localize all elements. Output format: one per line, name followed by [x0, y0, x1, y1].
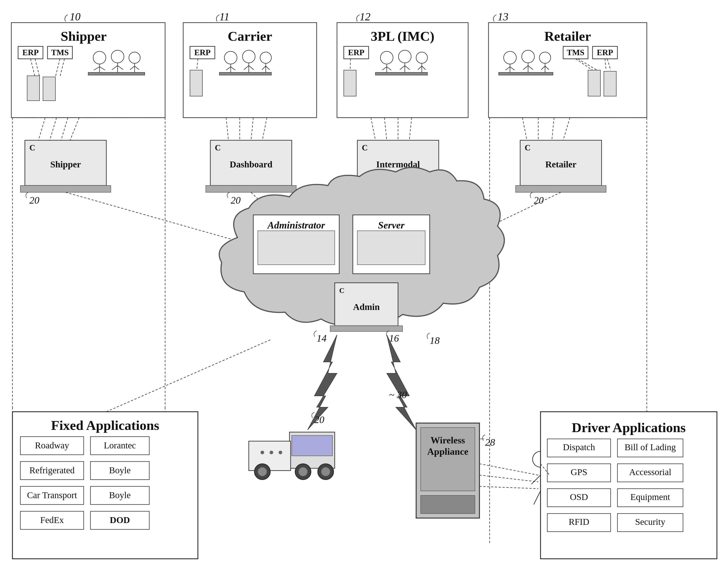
svg-point-13 [111, 50, 124, 63]
svg-rect-112 [292, 435, 333, 456]
svg-line-94 [66, 192, 305, 260]
driver-bol: Bill of Lading [625, 442, 676, 452]
fixed-boyle1: Boyle [109, 465, 131, 475]
svg-rect-55 [588, 70, 600, 96]
svg-rect-76 [353, 185, 443, 192]
svg-line-73 [545, 66, 549, 70]
svg-point-117 [318, 464, 334, 480]
cloud-shape [219, 168, 504, 325]
fixed-dod: DOD [110, 515, 130, 525]
svg-rect-137 [90, 461, 149, 480]
svg-point-119 [261, 451, 264, 454]
retailer-laptop-label: Retailer [545, 159, 576, 170]
driver-apps-box [541, 412, 717, 559]
svg-line-51 [418, 66, 422, 70]
truck-figure [249, 432, 335, 480]
driver-figure [531, 451, 550, 505]
svg-line-151 [541, 464, 550, 475]
svg-rect-77 [516, 185, 606, 192]
fixed-refrigerated: Refrigerated [29, 465, 75, 475]
driver-equipment: Equipment [630, 492, 670, 502]
fixed-apps-title: Fixed Applications [51, 418, 159, 433]
fixed-roadway: Roadway [35, 440, 69, 451]
admin-c-label: C [339, 286, 344, 295]
carrier-ref20: 20 [231, 195, 241, 206]
shipper-laptop-label: Shipper [50, 159, 81, 170]
svg-rect-139 [90, 486, 149, 505]
ref30: ~ 30 [389, 389, 407, 400]
svg-point-113 [254, 464, 270, 480]
svg-rect-109 [330, 326, 402, 331]
svg-line-93 [563, 118, 570, 140]
server-label: Server [378, 220, 405, 231]
svg-rect-111 [249, 441, 291, 471]
svg-rect-136 [20, 461, 84, 480]
truck-ref20: 20 [314, 414, 324, 425]
retailer-people [499, 50, 553, 75]
svg-line-96 [385, 192, 398, 256]
svg-line-19 [130, 66, 135, 70]
ref-13: 13 [498, 10, 509, 23]
main-diagram: 10 11 12 13 Shipper ERP TMS [0, 0, 728, 583]
carrier-people [219, 50, 271, 75]
svg-line-86 [371, 118, 375, 140]
carrier-c-label: C [215, 143, 221, 152]
svg-point-29 [242, 50, 255, 63]
svg-rect-8 [88, 72, 145, 75]
svg-rect-1 [48, 46, 72, 59]
svg-rect-149 [617, 513, 683, 532]
driver-gps: GPS [571, 467, 587, 477]
3pl-people [375, 50, 427, 75]
fixed-fedex: FedEx [40, 515, 64, 525]
shipper-c-label: C [29, 143, 35, 152]
retailer-c-label: C [525, 143, 530, 152]
svg-rect-147 [617, 489, 683, 507]
ref16: 16 [389, 333, 399, 344]
svg-rect-24 [219, 72, 271, 75]
svg-point-120 [269, 451, 273, 454]
fixed-lorantec: Lorantec [104, 440, 136, 451]
3pl-title: 3PL (IMC) [371, 29, 435, 44]
svg-line-65 [510, 67, 515, 70]
svg-line-12 [100, 67, 105, 70]
administrator-box [253, 215, 339, 274]
svg-line-15 [112, 66, 118, 70]
svg-point-116 [298, 467, 308, 476]
wireless-label: Wireless [431, 435, 465, 446]
svg-line-95 [251, 192, 317, 256]
svg-rect-22 [190, 70, 202, 96]
driver-rfid: RFID [569, 517, 589, 527]
svg-rect-108 [357, 231, 425, 265]
svg-rect-37 [344, 46, 369, 59]
shipper-tms: TMS [51, 48, 69, 57]
svg-line-82 [226, 118, 228, 140]
svg-line-87 [385, 118, 387, 140]
svg-line-43 [382, 67, 387, 70]
shipper-title: Shipper [60, 29, 106, 44]
svg-rect-135 [90, 437, 149, 455]
carrier-box [183, 23, 317, 118]
svg-rect-141 [90, 511, 149, 529]
svg-rect-122 [421, 428, 475, 491]
svg-rect-148 [547, 513, 610, 532]
svg-rect-0 [18, 46, 43, 59]
carrier-title: Carrier [228, 29, 272, 44]
shipper-people [88, 50, 145, 75]
svg-line-35 [262, 66, 266, 70]
svg-point-49 [416, 52, 427, 64]
svg-rect-140 [20, 511, 84, 529]
svg-rect-144 [547, 464, 610, 482]
carrier-laptop-screen [210, 140, 292, 185]
svg-point-70 [539, 52, 551, 64]
svg-line-52 [422, 66, 426, 70]
svg-rect-53 [563, 46, 588, 59]
svg-line-85 [262, 118, 267, 140]
ref-12: 12 [360, 10, 370, 23]
svg-line-11 [94, 67, 100, 70]
svg-line-127 [531, 475, 541, 484]
svg-point-45 [398, 50, 411, 63]
svg-line-36 [266, 66, 269, 70]
ref14: 14 [317, 333, 327, 344]
svg-line-64 [505, 67, 510, 70]
svg-line-20 [135, 66, 139, 70]
